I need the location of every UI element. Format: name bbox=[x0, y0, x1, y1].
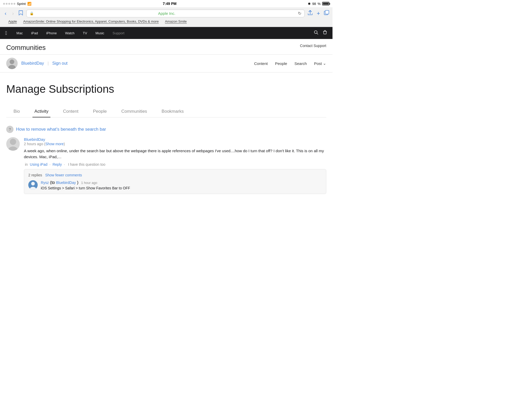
nav-mac[interactable]: Mac bbox=[12, 27, 27, 39]
avatar-silhouette-icon bbox=[6, 58, 18, 69]
nav-iphone[interactable]: iPhone bbox=[42, 27, 61, 39]
svg-rect-1 bbox=[325, 10, 329, 14]
comment-time: 2 hours ago bbox=[24, 142, 43, 146]
comment-text: A week ago, when online, under the searc… bbox=[24, 148, 326, 160]
bookmarks-button[interactable] bbox=[18, 10, 24, 17]
bookmarks-bar: Apple AmazonSmile: Online Shopping for E… bbox=[3, 19, 329, 25]
svg-point-6 bbox=[10, 139, 16, 145]
comment-actions: in Using iPad · Reply · I have this ques… bbox=[24, 162, 326, 167]
toolbar-right: + bbox=[307, 10, 329, 17]
bookmark-amazon-smile[interactable]: Amazon Smile bbox=[165, 19, 187, 24]
apple-nav-right bbox=[314, 30, 327, 36]
apple-nav-items: Mac iPad iPhone Watch TV Music Support bbox=[12, 27, 314, 39]
reply-avatar-icon bbox=[28, 180, 38, 190]
battery-percent: 98 bbox=[312, 2, 316, 6]
search-button[interactable] bbox=[314, 30, 318, 36]
nav-ipad[interactable]: iPad bbox=[27, 27, 42, 39]
tabs-button[interactable] bbox=[324, 10, 329, 17]
reply-username[interactable]: Rysz bbox=[41, 181, 49, 185]
nav-people[interactable]: People bbox=[275, 61, 287, 66]
question-link[interactable]: How to remove what's beneath the search … bbox=[16, 127, 106, 132]
user-left: BluebirdDay | Sign out bbox=[6, 58, 68, 69]
post-chevron-icon: ⌄ bbox=[323, 61, 326, 66]
reply-time: 1 hour ago bbox=[81, 181, 97, 185]
tab-bookmarks[interactable]: Bookmarks bbox=[154, 106, 191, 117]
tab-communities[interactable]: Communities bbox=[114, 106, 154, 117]
profile-tabs: Bio Activity Content People Communities … bbox=[6, 106, 326, 117]
reply-link[interactable]: Reply bbox=[52, 162, 62, 167]
nav-content[interactable]: Content bbox=[254, 61, 268, 66]
comment-content: BluebirdDay 2 hours ago (Show more) A we… bbox=[24, 137, 326, 194]
communities-title: Communities bbox=[6, 44, 46, 52]
wifi-icon: 📶 bbox=[27, 2, 31, 6]
replies-box: 2 replies Show fewer comments bbox=[24, 169, 326, 194]
dot2 bbox=[6, 3, 8, 5]
browser-toolbar: ‹ › 🔒 Apple Inc. ↻ + bbox=[3, 9, 329, 17]
show-fewer-link[interactable]: Show fewer comments bbox=[45, 173, 82, 177]
bag-button[interactable] bbox=[323, 30, 327, 36]
svg-point-5 bbox=[8, 65, 16, 69]
nav-music[interactable]: Music bbox=[91, 27, 108, 39]
user-bar: BluebirdDay | Sign out Content People Se… bbox=[0, 55, 332, 72]
share-button[interactable] bbox=[307, 10, 313, 17]
carrier-label: Sprint bbox=[17, 2, 26, 6]
status-right: ✱ 98% bbox=[308, 2, 329, 6]
post-dropdown[interactable]: Post ⌄ bbox=[314, 61, 326, 66]
reload-button[interactable]: ↻ bbox=[298, 11, 301, 16]
comment-header: BluebirdDay bbox=[24, 137, 326, 142]
tab-content[interactable]: Content bbox=[56, 106, 86, 117]
bookmark-amazon[interactable]: AmazonSmile: Online Shopping for Electro… bbox=[23, 19, 159, 24]
communities-header: Communities Contact Support bbox=[0, 39, 332, 55]
forward-button[interactable]: › bbox=[11, 10, 16, 17]
address-bar[interactable]: 🔒 Apple Inc. ↻ bbox=[26, 9, 305, 17]
add-tab-button[interactable]: + bbox=[317, 10, 320, 17]
show-more-link[interactable]: Show more bbox=[45, 142, 64, 146]
user-nav-links: Content People Search Post ⌄ bbox=[254, 61, 326, 66]
user-avatar bbox=[6, 58, 18, 69]
svg-point-4 bbox=[10, 59, 14, 64]
apple-logo:  bbox=[5, 30, 7, 36]
battery-bar bbox=[322, 2, 329, 5]
have-question: I have this question too bbox=[68, 162, 105, 167]
contact-support-link[interactable]: Contact Support bbox=[300, 44, 326, 48]
status-left: Sprint 📶 bbox=[3, 2, 31, 6]
question-row: ? How to remove what's beneath the searc… bbox=[6, 126, 326, 133]
reply-avatar bbox=[28, 180, 38, 190]
comment-username[interactable]: BluebirdDay bbox=[24, 137, 45, 142]
page-content: Manage Subscriptions Bio Activity Conten… bbox=[0, 72, 332, 202]
replies-count: 2 replies bbox=[28, 173, 42, 177]
reply-content: Rysz (to BluebirdDay ) 1 hour ago iOS Se… bbox=[41, 180, 322, 190]
comment-avatar bbox=[6, 137, 20, 151]
back-button[interactable]: ‹ bbox=[3, 10, 8, 17]
nav-tv[interactable]: TV bbox=[79, 27, 91, 39]
signout-link[interactable]: Sign out bbox=[52, 61, 68, 66]
tab-bio[interactable]: Bio bbox=[6, 106, 27, 117]
username-link[interactable]: BluebirdDay bbox=[21, 61, 44, 66]
reply-to-label: (to bbox=[50, 180, 56, 185]
signal-dots bbox=[3, 3, 15, 5]
reply-row: Rysz (to BluebirdDay ) 1 hour ago iOS Se… bbox=[28, 180, 322, 190]
dot3 bbox=[8, 3, 10, 5]
tab-activity[interactable]: Activity bbox=[27, 106, 56, 117]
bookmark-apple[interactable]: Apple bbox=[8, 19, 17, 24]
question-icon: ? bbox=[6, 126, 14, 133]
reply-to-user[interactable]: BluebirdDay bbox=[56, 181, 76, 185]
tab-people[interactable]: People bbox=[86, 106, 114, 117]
divider: | bbox=[48, 61, 49, 66]
bluetooth-icon: ✱ bbox=[308, 2, 311, 6]
post-label: Post bbox=[314, 61, 322, 66]
lock-icon: 🔒 bbox=[30, 11, 34, 15]
comment-block: BluebirdDay 2 hours ago (Show more) A we… bbox=[6, 137, 326, 194]
svg-point-9 bbox=[31, 182, 35, 185]
nav-search[interactable]: Search bbox=[294, 61, 307, 66]
dot4 bbox=[11, 3, 13, 5]
comment-avatar-icon bbox=[6, 137, 20, 151]
in-label: in bbox=[25, 162, 29, 167]
activity-section: ? How to remove what's beneath the searc… bbox=[6, 126, 326, 202]
nav-support[interactable]: Support bbox=[108, 27, 129, 39]
comment-meta: 2 hours ago (Show more) bbox=[24, 142, 326, 146]
nav-watch[interactable]: Watch bbox=[61, 27, 78, 39]
reply-text: iOS Settings > Safari > turn Show Favori… bbox=[41, 186, 322, 190]
dot5 bbox=[14, 3, 15, 5]
category-link[interactable]: Using iPad bbox=[30, 162, 48, 167]
